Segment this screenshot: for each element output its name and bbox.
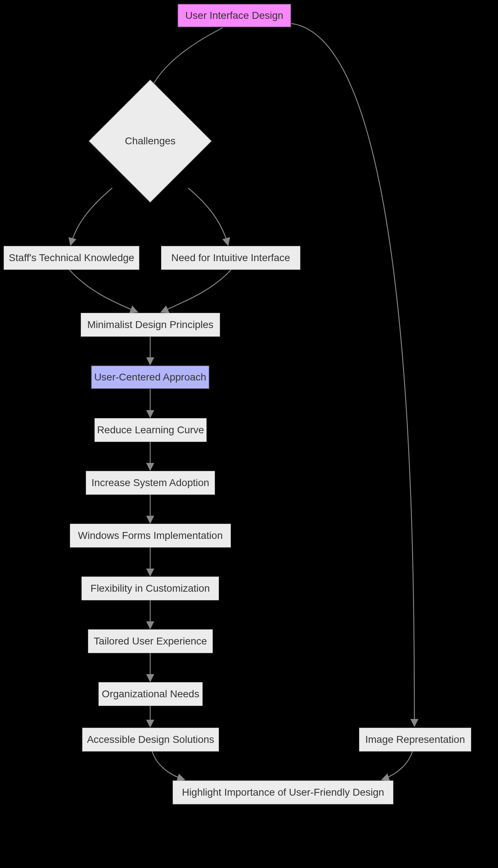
- node-tailored: Tailored User Experience: [88, 629, 213, 653]
- node-user-interface-design: User Interface Design: [177, 4, 291, 27]
- node-label: User Interface Design: [185, 9, 283, 22]
- node-label: Image Representation: [365, 733, 465, 746]
- node-tech-knowledge: Staff's Technical Knowledge: [4, 246, 139, 270]
- node-org-needs: Organizational Needs: [98, 682, 203, 706]
- node-label: Tailored User Experience: [94, 635, 207, 648]
- node-user-centered: User-Centered Approach: [91, 365, 210, 389]
- node-intuitive: Need for Intuitive Interface: [161, 246, 300, 270]
- node-accessible: Accessible Design Solutions: [82, 728, 219, 752]
- node-label: Accessible Design Solutions: [87, 733, 214, 746]
- node-label: Reduce Learning Curve: [97, 424, 204, 437]
- node-adoption: Increase System Adoption: [86, 471, 215, 495]
- node-flexibility: Flexibility in Customization: [81, 576, 219, 600]
- node-label: Need for Intuitive Interface: [171, 251, 290, 264]
- node-label: Staff's Technical Knowledge: [9, 251, 134, 264]
- node-label: Highlight Importance of User-Friendly De…: [182, 786, 384, 799]
- node-label: Organizational Needs: [102, 688, 199, 701]
- node-label: User-Centered Approach: [94, 371, 206, 384]
- node-label: Challenges: [125, 135, 176, 147]
- node-label: Minimalist Design Principles: [87, 318, 214, 331]
- node-label: Increase System Adoption: [92, 476, 209, 489]
- node-challenges: Challenges: [89, 80, 212, 203]
- node-winforms: Windows Forms Implementation: [70, 524, 231, 548]
- node-label: Flexibility in Customization: [90, 582, 210, 595]
- node-minimalist: Minimalist Design Principles: [81, 313, 220, 337]
- node-label: Windows Forms Implementation: [78, 529, 223, 542]
- node-importance: Highlight Importance of User-Friendly De…: [173, 780, 393, 804]
- node-image-rep: Image Representation: [359, 728, 471, 752]
- node-reduce-curve: Reduce Learning Curve: [94, 418, 207, 442]
